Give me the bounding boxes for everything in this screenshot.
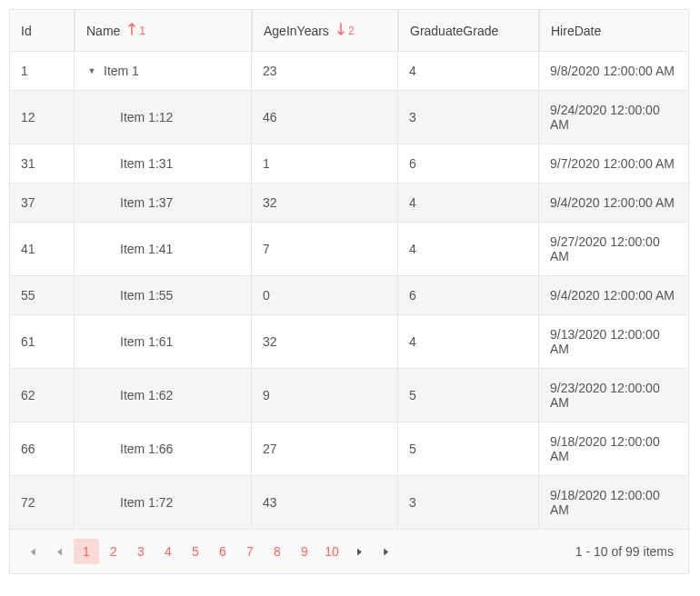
table-row[interactable]: 61Item 1:613249/13/2020 12:00:00 AM [9, 315, 689, 369]
cell-hiredate: 9/4/2020 12:00:00 AM [539, 184, 689, 222]
cell-name: Item 1:41 [75, 223, 252, 275]
column-header-name[interactable]: Name 1 [75, 10, 252, 51]
cell-name: ▼Item 1 [75, 52, 252, 90]
collapse-icon[interactable]: ▼ [85, 66, 98, 75]
grid-body: 1▼Item 12349/8/2020 12:00:00 AM12Item 1:… [9, 52, 689, 530]
table-row[interactable]: 12Item 1:124639/24/2020 12:00:00 AM [9, 91, 689, 144]
cell-age: 9 [252, 369, 398, 422]
cell-hiredate: 9/24/2020 12:00:00 AM [539, 91, 689, 144]
cell-name: Item 1:72 [75, 476, 252, 529]
pager-next-button[interactable] [346, 539, 372, 564]
cell-name-text: Item 1 [104, 64, 139, 78]
column-label: Name [86, 24, 120, 38]
column-label: AgeInYears [264, 24, 329, 38]
column-header-age[interactable]: AgeInYears 2 [252, 10, 398, 51]
cell-id: 1 [9, 52, 75, 90]
cell-name-text: Item 1:12 [120, 110, 173, 124]
cell-name-text: Item 1:55 [120, 288, 173, 303]
grid-header: Id Name 1 AgeInYears 2 GraduateGrade [9, 9, 689, 52]
pager: 12345678910 1 - 10 of 99 items [9, 530, 689, 574]
column-label: Id [21, 24, 32, 38]
cell-id: 37 [9, 184, 75, 222]
cell-id: 55 [9, 276, 75, 314]
pager-prev-button[interactable] [46, 539, 72, 564]
cell-name: Item 1:66 [75, 422, 252, 475]
table-row[interactable]: 41Item 1:41749/27/2020 12:00:00 AM [9, 223, 689, 276]
pager-page-button[interactable]: 3 [128, 539, 154, 564]
cell-id: 72 [9, 476, 75, 529]
column-header-id[interactable]: Id [9, 10, 75, 51]
sort-asc-icon [127, 23, 136, 38]
table-row[interactable]: 1▼Item 12349/8/2020 12:00:00 AM [9, 52, 689, 91]
cell-hiredate: 9/23/2020 12:00:00 AM [539, 369, 689, 422]
table-row[interactable]: 31Item 1:31169/7/2020 12:00:00 AM [9, 144, 689, 184]
cell-name: Item 1:31 [75, 144, 252, 183]
last-page-icon [381, 546, 393, 558]
table-row[interactable]: 66Item 1:662759/18/2020 12:00:00 AM [9, 422, 689, 476]
table-row[interactable]: 62Item 1:62959/23/2020 12:00:00 AM [9, 369, 689, 422]
cell-hiredate: 9/27/2020 12:00:00 AM [539, 223, 689, 275]
pager-page-button[interactable]: 4 [155, 539, 181, 564]
next-page-icon [354, 546, 365, 558]
cell-age: 0 [252, 276, 398, 314]
pager-page-button[interactable]: 10 [319, 539, 345, 564]
pager-page-button[interactable]: 9 [292, 539, 317, 564]
pager-page-button[interactable]: 7 [237, 539, 263, 564]
data-grid: Id Name 1 AgeInYears 2 GraduateGrade [9, 9, 689, 530]
sort-desc-icon [336, 23, 345, 38]
cell-hiredate: 9/18/2020 12:00:00 AM [539, 422, 689, 475]
cell-id: 12 [9, 91, 75, 144]
cell-grade: 3 [398, 476, 539, 529]
pager-page-button[interactable]: 8 [265, 539, 290, 564]
cell-hiredate: 9/8/2020 12:00:00 AM [539, 52, 689, 90]
cell-age: 43 [252, 476, 398, 529]
cell-name: Item 1:12 [75, 91, 252, 144]
cell-age: 32 [252, 315, 398, 368]
cell-grade: 4 [398, 315, 539, 368]
table-row[interactable]: 72Item 1:724339/18/2020 12:00:00 AM [9, 476, 689, 530]
cell-id: 61 [9, 315, 75, 368]
first-page-icon [26, 546, 38, 558]
cell-age: 32 [252, 184, 398, 222]
column-label: HireDate [551, 24, 601, 38]
cell-id: 41 [9, 223, 75, 275]
cell-name-text: Item 1:37 [120, 195, 173, 210]
pager-status: 1 - 10 of 99 items [575, 544, 679, 559]
cell-name-text: Item 1:31 [120, 156, 173, 171]
cell-hiredate: 9/13/2020 12:00:00 AM [539, 315, 689, 368]
cell-name-text: Item 1:66 [120, 442, 173, 456]
table-row[interactable]: 37Item 1:373249/4/2020 12:00:00 AM [9, 184, 689, 223]
prev-page-icon [54, 546, 65, 558]
cell-id: 31 [9, 144, 75, 183]
cell-grade: 5 [398, 422, 539, 475]
cell-name-text: Item 1:61 [120, 334, 173, 349]
pager-page-button[interactable]: 1 [74, 539, 99, 564]
cell-grade: 4 [398, 223, 539, 275]
cell-hiredate: 9/4/2020 12:00:00 AM [539, 276, 689, 314]
cell-age: 46 [252, 91, 398, 144]
cell-grade: 5 [398, 369, 539, 422]
pager-page-button[interactable]: 6 [210, 539, 235, 564]
cell-grade: 3 [398, 91, 539, 144]
cell-name: Item 1:62 [75, 369, 252, 422]
sort-order: 2 [348, 25, 355, 37]
cell-grade: 4 [398, 52, 539, 90]
pager-page-button[interactable]: 2 [101, 539, 126, 564]
sort-indicator: 2 [336, 23, 355, 38]
cell-age: 1 [252, 144, 398, 183]
pager-last-button[interactable] [374, 539, 399, 564]
cell-name-text: Item 1:72 [120, 495, 173, 510]
cell-grade: 4 [398, 184, 539, 222]
sort-order: 1 [139, 25, 145, 37]
cell-age: 7 [252, 223, 398, 275]
sort-indicator: 1 [127, 23, 145, 38]
column-header-grade[interactable]: GraduateGrade [398, 10, 539, 51]
cell-name: Item 1:37 [75, 184, 252, 222]
pager-page-button[interactable]: 5 [183, 539, 208, 564]
cell-name-text: Item 1:41 [120, 242, 173, 256]
cell-grade: 6 [398, 276, 539, 314]
column-header-hiredate[interactable]: HireDate [539, 10, 689, 51]
cell-hiredate: 9/18/2020 12:00:00 AM [539, 476, 689, 529]
pager-first-button[interactable] [19, 539, 45, 564]
table-row[interactable]: 55Item 1:55069/4/2020 12:00:00 AM [9, 276, 689, 315]
